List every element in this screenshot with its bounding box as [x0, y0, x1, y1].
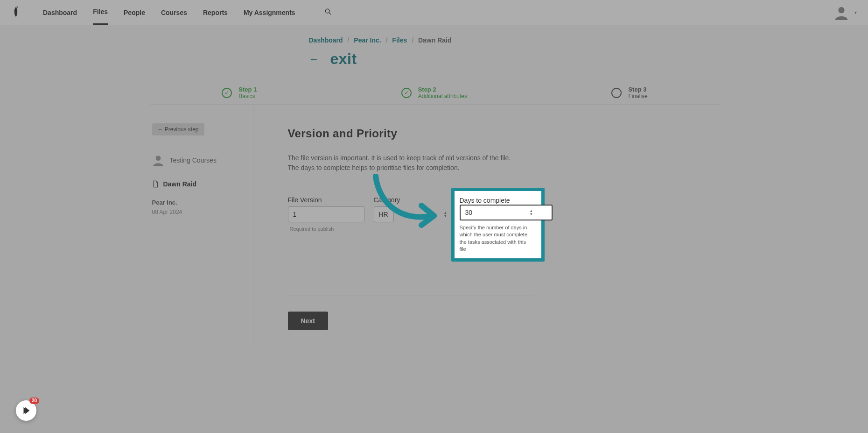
previous-step-button[interactable]: ← Previous step — [152, 123, 204, 135]
check-circle-icon: ✓ — [401, 88, 412, 98]
step-subtitle: Additional attributes — [418, 93, 467, 99]
step-title: Step 1 — [238, 86, 257, 93]
section-title: Version and Priority — [288, 127, 720, 140]
author-name: Testing Courses — [170, 156, 217, 164]
svg-point-3 — [155, 156, 161, 161]
document-icon — [152, 180, 159, 188]
breadcrumb-org[interactable]: Pear Inc. — [354, 36, 381, 44]
divider — [288, 295, 534, 296]
days-input[interactable] — [460, 205, 553, 220]
check-circle-icon: ✓ — [222, 88, 232, 98]
exit-row: ← exit — [148, 50, 720, 68]
svg-point-2 — [838, 7, 844, 13]
next-button[interactable]: Next — [288, 312, 328, 330]
nav-reports[interactable]: Reports — [203, 1, 228, 24]
field-category: Category HR ▴▾ — [374, 196, 450, 253]
sidebar: ← Previous step Testing Courses Dawn Rai… — [148, 105, 253, 349]
section-description: The file version is important. It is use… — [288, 153, 521, 173]
file-date: 08 Apr 2024 — [152, 209, 253, 215]
file-row: Dawn Raid — [152, 180, 253, 188]
step-3[interactable]: Step 3 Finalise — [611, 86, 647, 99]
days-help-text: Specify the number of days in which the … — [460, 224, 531, 253]
top-nav: Dashboard Files People Courses Reports M… — [0, 0, 868, 25]
step-1[interactable]: ✓ Step 1 Basics — [222, 86, 257, 99]
file-version-input[interactable] — [288, 206, 364, 222]
field-days-to-complete: Days to complete ▴▾ Specify the number o… — [460, 196, 536, 253]
category-select[interactable]: HR — [374, 206, 394, 222]
nav-dashboard[interactable]: Dashboard — [43, 1, 77, 24]
stepper: ✓ Step 1 Basics ✓ Step 2 Additional attr… — [150, 81, 720, 105]
user-avatar-icon — [152, 154, 164, 166]
svg-line-1 — [329, 13, 331, 14]
main-panel: Version and Priority The file version is… — [253, 105, 720, 349]
category-label: Category — [374, 196, 450, 204]
empty-circle-icon — [611, 88, 622, 98]
breadcrumb: Dashboard / Pear Inc. / Files / Dawn Rai… — [148, 36, 720, 44]
nav-assignments[interactable]: My Assignments — [244, 1, 295, 24]
file-version-label: File Version — [288, 196, 364, 204]
step-2[interactable]: ✓ Step 2 Additional attributes — [401, 86, 467, 99]
nav-items: Dashboard Files People Courses Reports M… — [43, 0, 332, 25]
days-label: Days to complete — [460, 197, 510, 204]
breadcrumb-files[interactable]: Files — [392, 36, 407, 44]
avatar-icon — [834, 5, 849, 20]
step-title: Step 3 — [628, 86, 647, 93]
file-name: Dawn Raid — [163, 180, 197, 188]
form-row: File Version Required to publish Categor… — [288, 196, 720, 253]
author-row: Testing Courses — [152, 154, 253, 166]
breadcrumb-current: Dawn Raid — [418, 36, 452, 44]
svg-point-0 — [325, 9, 329, 13]
logo-icon[interactable] — [11, 6, 43, 19]
nav-people[interactable]: People — [124, 1, 145, 24]
nav-files[interactable]: Files — [93, 0, 108, 25]
step-subtitle: Basics — [238, 93, 257, 99]
step-subtitle: Finalise — [628, 93, 647, 99]
search-icon[interactable] — [324, 8, 332, 17]
nav-courses[interactable]: Courses — [161, 1, 187, 24]
org-name: Pear Inc. — [152, 199, 253, 206]
step-title: Step 2 — [418, 86, 467, 93]
breadcrumb-dashboard[interactable]: Dashboard — [309, 36, 343, 44]
field-file-version: File Version Required to publish — [288, 196, 364, 253]
chevron-down-icon: ▾ — [854, 10, 857, 15]
exit-link[interactable]: exit — [330, 50, 357, 68]
back-arrow-icon[interactable]: ← — [309, 53, 319, 65]
file-version-hint: Required to publish — [288, 226, 364, 232]
user-menu[interactable]: ▾ — [834, 5, 857, 20]
select-arrows-icon: ▴▾ — [444, 211, 447, 218]
